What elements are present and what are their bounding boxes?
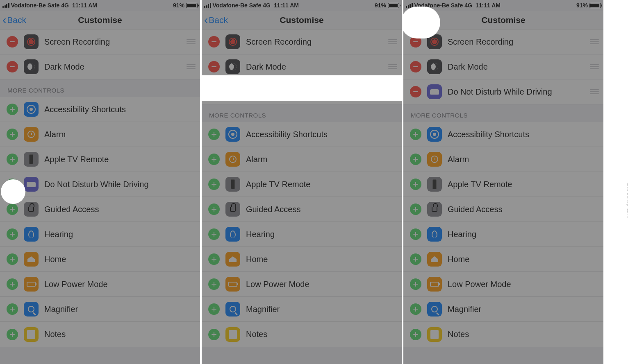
row-low-power[interactable]: Low Power Mode xyxy=(0,272,200,297)
accessibility-icon xyxy=(427,127,442,142)
remove-icon[interactable] xyxy=(410,86,421,97)
notes-icon xyxy=(427,327,442,342)
remove-icon[interactable] xyxy=(7,36,18,47)
add-icon[interactable] xyxy=(410,154,421,165)
row-apple-tv[interactable]: Apple TV Remote xyxy=(0,147,200,172)
row-alarm[interactable]: Alarm xyxy=(0,122,200,147)
add-icon[interactable] xyxy=(208,179,220,190)
row-hearing[interactable]: Hearing xyxy=(0,222,200,247)
add-icon[interactable] xyxy=(7,303,18,315)
drag-handle-icon[interactable] xyxy=(186,39,196,44)
drag-handle-icon[interactable] xyxy=(388,39,398,44)
drag-handle-icon[interactable] xyxy=(186,64,196,69)
chevron-left-icon: ‹ xyxy=(406,14,410,26)
add-icon[interactable] xyxy=(7,179,18,190)
row-guided-access[interactable]: Guided Access xyxy=(403,197,603,222)
add-icon[interactable] xyxy=(7,203,18,215)
back-button[interactable]: ‹ Back xyxy=(406,11,430,29)
row-notes[interactable]: Notes xyxy=(0,322,200,347)
row-hearing[interactable]: Hearing xyxy=(202,222,402,247)
add-icon[interactable] xyxy=(410,278,421,290)
battery-percent: 91% xyxy=(576,2,588,9)
add-icon[interactable] xyxy=(410,203,421,215)
remove-icon[interactable] xyxy=(410,36,421,47)
carrier-label: Vodafone-Be Safe xyxy=(213,2,262,9)
row-alarm[interactable]: Alarm xyxy=(403,147,603,172)
row-guided-access[interactable]: Guided Access xyxy=(202,197,402,222)
row-home[interactable]: Home xyxy=(403,247,603,272)
row-accessibility[interactable]: Accessibility Shortcuts xyxy=(0,97,200,122)
row-alarm[interactable]: Alarm xyxy=(202,147,402,172)
back-label: Back xyxy=(7,15,26,25)
add-icon[interactable] xyxy=(208,253,220,265)
row-label: Screen Recording xyxy=(44,37,180,47)
row-apple-tv[interactable]: Apple TV Remote xyxy=(202,172,402,197)
add-icon[interactable] xyxy=(7,154,18,165)
add-icon[interactable] xyxy=(410,303,421,315)
row-accessibility[interactable]: Accessibility Shortcuts xyxy=(202,122,402,147)
add-icon[interactable] xyxy=(208,203,220,215)
add-icon[interactable] xyxy=(208,329,220,340)
remove-icon[interactable] xyxy=(208,86,220,97)
row-dark-mode[interactable]: Dark Mode xyxy=(403,54,603,79)
remove-icon[interactable] xyxy=(7,61,18,72)
nav-bar: ‹ Back Customise xyxy=(403,11,603,29)
row-notes[interactable]: Notes xyxy=(403,322,603,347)
remove-icon[interactable] xyxy=(208,36,220,47)
remove-icon[interactable] xyxy=(410,61,421,72)
row-magnifier[interactable]: Magnifier xyxy=(202,297,402,322)
drag-handle-icon[interactable] xyxy=(589,89,599,94)
add-icon[interactable] xyxy=(7,278,18,290)
network-label: 4G xyxy=(61,2,69,9)
add-icon[interactable] xyxy=(208,154,220,165)
row-low-power[interactable]: Low Power Mode xyxy=(202,272,402,297)
row-dnd-driving[interactable]: Do Not Disturb While Driving xyxy=(0,172,200,197)
add-icon[interactable] xyxy=(208,129,220,140)
row-screen-recording[interactable]: Screen Recording xyxy=(403,29,603,54)
row-low-power[interactable]: Low Power Mode xyxy=(403,272,603,297)
row-dnd-driving[interactable]: Do Not Disturb While Driving xyxy=(202,79,402,104)
add-icon[interactable] xyxy=(7,253,18,265)
back-button[interactable]: ‹ Back xyxy=(2,11,26,29)
add-icon[interactable] xyxy=(410,228,421,240)
add-icon[interactable] xyxy=(7,129,18,140)
remove-icon[interactable] xyxy=(208,61,220,72)
add-icon[interactable] xyxy=(410,253,421,265)
add-icon[interactable] xyxy=(208,303,220,315)
drag-handle-icon[interactable] xyxy=(589,39,599,44)
row-label: Notes xyxy=(44,330,196,339)
battery-icon xyxy=(589,3,601,8)
add-icon[interactable] xyxy=(410,129,421,140)
add-icon[interactable] xyxy=(208,278,220,290)
status-bar: Vodafone-Be Safe 4G 11:11 AM 91% xyxy=(0,0,200,11)
row-accessibility[interactable]: Accessibility Shortcuts xyxy=(403,122,603,147)
magnifier-icon xyxy=(24,302,39,317)
row-dark-mode[interactable]: Dark Mode xyxy=(0,54,200,79)
row-dnd-driving[interactable]: Do Not Disturb While Driving xyxy=(403,79,603,104)
add-icon[interactable] xyxy=(7,329,18,340)
row-apple-tv[interactable]: Apple TV Remote xyxy=(403,172,603,197)
row-label: Guided Access xyxy=(246,205,398,214)
row-label: Low Power Mode xyxy=(448,280,599,289)
row-home[interactable]: Home xyxy=(202,247,402,272)
add-icon[interactable] xyxy=(7,104,18,115)
add-icon[interactable] xyxy=(410,329,421,340)
row-screen-recording[interactable]: Screen Recording xyxy=(202,29,402,54)
row-magnifier[interactable]: Magnifier xyxy=(0,297,200,322)
drag-handle-icon[interactable] xyxy=(388,64,398,69)
row-dark-mode[interactable]: Dark Mode xyxy=(202,54,402,79)
row-notes[interactable]: Notes xyxy=(202,322,402,347)
drag-handle-icon[interactable] xyxy=(589,64,599,69)
row-home[interactable]: Home xyxy=(0,247,200,272)
back-label: Back xyxy=(410,15,430,25)
add-icon[interactable] xyxy=(7,228,18,240)
row-hearing[interactable]: Hearing xyxy=(403,222,603,247)
add-icon[interactable] xyxy=(208,228,220,240)
row-screen-recording[interactable]: Screen Recording xyxy=(0,29,200,54)
add-icon[interactable] xyxy=(410,179,421,190)
drag-handle-icon[interactable] xyxy=(388,89,398,94)
back-button[interactable]: ‹ Back xyxy=(204,11,228,29)
row-magnifier[interactable]: Magnifier xyxy=(403,297,603,322)
row-label: Home xyxy=(448,255,599,264)
row-guided-access[interactable]: Guided Access xyxy=(0,197,200,222)
